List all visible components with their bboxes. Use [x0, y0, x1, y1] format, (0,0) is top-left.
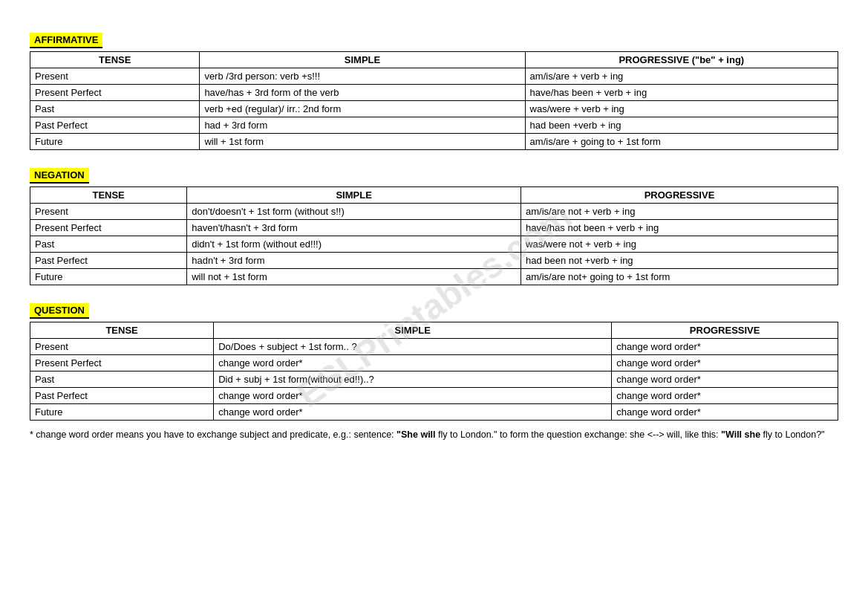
table-row: Present Perfecthave/has + 3rd form of th…: [30, 85, 838, 101]
table-cell: Do/Does + subject + 1st form.. ?: [214, 339, 612, 355]
table-cell: Past Perfect: [30, 117, 200, 134]
table-cell: was/were + verb + ing: [525, 101, 838, 117]
table-row: Present Perfecthaven't/hasn't + 3rd form…: [30, 220, 838, 236]
table-cell: am/is/are + verb + ing: [525, 68, 838, 85]
table-row: Futurewill not + 1st formam/is/are not+ …: [30, 269, 838, 285]
affirmative-col-0: TENSE: [30, 52, 200, 68]
table-row: Futurewill + 1st formam/is/are + going t…: [30, 134, 838, 150]
table-row: PastDid + subj + 1st form(without ed!!).…: [30, 371, 838, 388]
table-cell: Past: [30, 101, 200, 117]
table-cell: was/were not + verb + ing: [521, 236, 838, 253]
affirmative-table: TENSE SIMPLE PROGRESSIVE ("be" + ing) Pr…: [30, 51, 838, 150]
table-cell: had + 3rd form: [200, 117, 525, 134]
footnote-text-end: fly to London?": [760, 429, 824, 440]
table-cell: had been not +verb + ing: [521, 253, 838, 269]
table-cell: have/has not been + verb + ing: [521, 220, 838, 236]
table-cell: Future: [30, 269, 187, 285]
table-cell: Present Perfect: [30, 220, 187, 236]
table-cell: Present: [30, 339, 214, 355]
table-cell: change word order*: [612, 355, 838, 371]
table-cell: am/is/are not+ going to + 1st form: [521, 269, 838, 285]
table-cell: Present: [30, 68, 200, 85]
footnote-bold1: "She will: [397, 429, 435, 440]
question-col-1: SIMPLE: [214, 322, 612, 339]
question-col-0: TENSE: [30, 322, 214, 339]
table-cell: don't/doesn't + 1st form (without s!!): [187, 204, 521, 220]
table-cell: change word order*: [612, 404, 838, 421]
table-row: Presentdon't/doesn't + 1st form (without…: [30, 204, 838, 220]
footnote-text-mid1: fly to London." to form the question exc…: [436, 429, 722, 440]
table-cell: Past: [30, 371, 214, 388]
table-cell: change word order*: [214, 404, 612, 421]
table-row: PresentDo/Does + subject + 1st form.. ?c…: [30, 339, 838, 355]
table-cell: Past Perfect: [30, 253, 187, 269]
question-col-2: PROGRESSIVE: [612, 322, 838, 339]
table-cell: change word order*: [612, 339, 838, 355]
table-cell: have/has been + verb + ing: [525, 85, 838, 101]
negation-col-1: SIMPLE: [187, 187, 521, 204]
table-cell: Present: [30, 204, 187, 220]
table-cell: am/is/are + going to + 1st form: [525, 134, 838, 150]
table-row: Past Perfecthadn't + 3rd formhad been no…: [30, 253, 838, 269]
table-cell: Past: [30, 236, 187, 253]
table-cell: change word order*: [612, 388, 838, 404]
table-cell: Present Perfect: [30, 85, 200, 101]
footnote-text-before: * change word order means you have to ex…: [30, 429, 397, 440]
footnote: * change word order means you have to ex…: [30, 428, 838, 442]
table-row: Futurechange word order*change word orde…: [30, 404, 838, 421]
question-label: QUESTION: [30, 303, 89, 319]
table-cell: Did + subj + 1st form(without ed!!)..?: [214, 371, 612, 388]
affirmative-col-2: PROGRESSIVE ("be" + ing): [525, 52, 838, 68]
table-row: Pastverb +ed (regular)/ irr.: 2nd formwa…: [30, 101, 838, 117]
table-cell: verb +ed (regular)/ irr.: 2nd form: [200, 101, 525, 117]
table-cell: Future: [30, 134, 200, 150]
table-cell: Past Perfect: [30, 388, 214, 404]
table-cell: had been +verb + ing: [525, 117, 838, 134]
negation-col-0: TENSE: [30, 187, 187, 204]
table-cell: Future: [30, 404, 214, 421]
table-cell: haven't/hasn't + 3rd form: [187, 220, 521, 236]
table-row: Presentverb /3rd person: verb +s!!!am/is…: [30, 68, 838, 85]
table-cell: verb /3rd person: verb +s!!!: [200, 68, 525, 85]
table-cell: didn't + 1st form (without ed!!!): [187, 236, 521, 253]
table-row: Past Perfectchange word order*change wor…: [30, 388, 838, 404]
table-row: Pastdidn't + 1st form (without ed!!!)was…: [30, 236, 838, 253]
negation-col-2: PROGRESSIVE: [521, 187, 838, 204]
table-cell: will + 1st form: [200, 134, 525, 150]
table-cell: Present Perfect: [30, 355, 214, 371]
table-cell: change word order*: [214, 355, 612, 371]
question-table: TENSE SIMPLE PROGRESSIVE PresentDo/Does …: [30, 322, 838, 421]
footnote-bold2: "Will she: [721, 429, 760, 440]
table-cell: hadn't + 3rd form: [187, 253, 521, 269]
negation-label: NEGATION: [30, 168, 89, 184]
table-row: Past Perfecthad + 3rd formhad been +verb…: [30, 117, 838, 134]
table-cell: have/has + 3rd form of the verb: [200, 85, 525, 101]
table-cell: will not + 1st form: [187, 269, 521, 285]
table-cell: change word order*: [214, 388, 612, 404]
table-cell: am/is/are not + verb + ing: [521, 204, 838, 220]
table-cell: change word order*: [612, 371, 838, 388]
negation-table: TENSE SIMPLE PROGRESSIVE Presentdon't/do…: [30, 186, 838, 285]
affirmative-label: AFFIRMATIVE: [30, 33, 102, 48]
table-row: Present Perfectchange word order*change …: [30, 355, 838, 371]
affirmative-col-1: SIMPLE: [200, 52, 525, 68]
